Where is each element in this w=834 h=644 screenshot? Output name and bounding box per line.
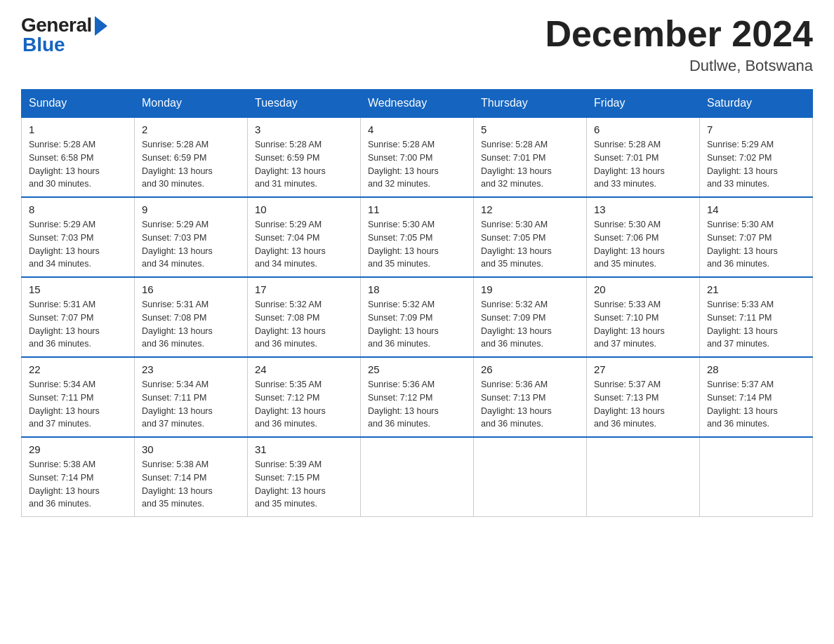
calendar-cell: 26 Sunrise: 5:36 AM Sunset: 7:13 PM Dayl… [474, 357, 587, 437]
day-info: Sunrise: 5:31 AM Sunset: 7:07 PM Dayligh… [29, 298, 127, 351]
calendar-cell: 27 Sunrise: 5:37 AM Sunset: 7:13 PM Dayl… [587, 357, 700, 437]
calendar-cell: 6 Sunrise: 5:28 AM Sunset: 7:01 PM Dayli… [587, 117, 700, 197]
day-number: 3 [255, 123, 353, 135]
day-info: Sunrise: 5:31 AM Sunset: 7:08 PM Dayligh… [142, 298, 240, 351]
page-header: General Blue December 2024 Dutlwe, Botsw… [21, 14, 813, 75]
day-number: 13 [594, 203, 692, 215]
day-info: Sunrise: 5:32 AM Sunset: 7:08 PM Dayligh… [255, 298, 353, 351]
calendar-week-row: 1 Sunrise: 5:28 AM Sunset: 6:58 PM Dayli… [22, 117, 813, 197]
calendar-cell: 23 Sunrise: 5:34 AM Sunset: 7:11 PM Dayl… [135, 357, 248, 437]
calendar-cell: 4 Sunrise: 5:28 AM Sunset: 7:00 PM Dayli… [361, 117, 474, 197]
calendar-cell: 31 Sunrise: 5:39 AM Sunset: 7:15 PM Dayl… [248, 437, 361, 517]
calendar-cell: 12 Sunrise: 5:30 AM Sunset: 7:05 PM Dayl… [474, 197, 587, 277]
day-number: 11 [368, 203, 466, 215]
day-info: Sunrise: 5:29 AM Sunset: 7:03 PM Dayligh… [29, 218, 127, 271]
calendar-cell: 17 Sunrise: 5:32 AM Sunset: 7:08 PM Dayl… [248, 277, 361, 357]
day-number: 21 [707, 283, 805, 295]
day-number: 27 [594, 363, 692, 375]
calendar-cell: 18 Sunrise: 5:32 AM Sunset: 7:09 PM Dayl… [361, 277, 474, 357]
calendar-cell [587, 437, 700, 517]
calendar-cell: 13 Sunrise: 5:30 AM Sunset: 7:06 PM Dayl… [587, 197, 700, 277]
day-info: Sunrise: 5:34 AM Sunset: 7:11 PM Dayligh… [29, 378, 127, 431]
day-number: 28 [707, 363, 805, 375]
day-header-wednesday: Wednesday [361, 90, 474, 118]
day-header-friday: Friday [587, 90, 700, 118]
day-info: Sunrise: 5:39 AM Sunset: 7:15 PM Dayligh… [255, 458, 353, 511]
day-number: 31 [255, 443, 353, 455]
calendar-week-row: 8 Sunrise: 5:29 AM Sunset: 7:03 PM Dayli… [22, 197, 813, 277]
day-header-sunday: Sunday [22, 90, 135, 118]
day-info: Sunrise: 5:29 AM Sunset: 7:04 PM Dayligh… [255, 218, 353, 271]
day-info: Sunrise: 5:28 AM Sunset: 6:59 PM Dayligh… [255, 138, 353, 191]
calendar-cell: 8 Sunrise: 5:29 AM Sunset: 7:03 PM Dayli… [22, 197, 135, 277]
calendar-cell: 29 Sunrise: 5:38 AM Sunset: 7:14 PM Dayl… [22, 437, 135, 517]
day-number: 6 [594, 123, 692, 135]
calendar-cell: 28 Sunrise: 5:37 AM Sunset: 7:14 PM Dayl… [700, 357, 813, 437]
day-number: 5 [481, 123, 579, 135]
day-number: 17 [255, 283, 353, 295]
calendar-cell: 7 Sunrise: 5:29 AM Sunset: 7:02 PM Dayli… [700, 117, 813, 197]
day-number: 16 [142, 283, 240, 295]
day-number: 1 [29, 123, 127, 135]
day-number: 26 [481, 363, 579, 375]
calendar-cell: 19 Sunrise: 5:32 AM Sunset: 7:09 PM Dayl… [474, 277, 587, 357]
day-info: Sunrise: 5:32 AM Sunset: 7:09 PM Dayligh… [481, 298, 579, 351]
day-header-monday: Monday [135, 90, 248, 118]
day-info: Sunrise: 5:30 AM Sunset: 7:06 PM Dayligh… [594, 218, 692, 271]
calendar-cell [474, 437, 587, 517]
calendar-cell: 9 Sunrise: 5:29 AM Sunset: 7:03 PM Dayli… [135, 197, 248, 277]
location-text: Dutlwe, Botswana [545, 57, 813, 75]
day-info: Sunrise: 5:34 AM Sunset: 7:11 PM Dayligh… [142, 378, 240, 431]
calendar-cell: 24 Sunrise: 5:35 AM Sunset: 7:12 PM Dayl… [248, 357, 361, 437]
day-info: Sunrise: 5:37 AM Sunset: 7:13 PM Dayligh… [594, 378, 692, 431]
calendar-cell: 11 Sunrise: 5:30 AM Sunset: 7:05 PM Dayl… [361, 197, 474, 277]
day-number: 24 [255, 363, 353, 375]
day-info: Sunrise: 5:29 AM Sunset: 7:03 PM Dayligh… [142, 218, 240, 271]
calendar-cell: 22 Sunrise: 5:34 AM Sunset: 7:11 PM Dayl… [22, 357, 135, 437]
day-info: Sunrise: 5:38 AM Sunset: 7:14 PM Dayligh… [29, 458, 127, 511]
day-info: Sunrise: 5:29 AM Sunset: 7:02 PM Dayligh… [707, 138, 805, 191]
day-number: 25 [368, 363, 466, 375]
day-number: 22 [29, 363, 127, 375]
day-number: 2 [142, 123, 240, 135]
day-number: 23 [142, 363, 240, 375]
day-number: 29 [29, 443, 127, 455]
day-number: 10 [255, 203, 353, 215]
day-info: Sunrise: 5:28 AM Sunset: 6:58 PM Dayligh… [29, 138, 127, 191]
day-number: 12 [481, 203, 579, 215]
day-number: 9 [142, 203, 240, 215]
calendar-cell: 10 Sunrise: 5:29 AM Sunset: 7:04 PM Dayl… [248, 197, 361, 277]
calendar-cell: 21 Sunrise: 5:33 AM Sunset: 7:11 PM Dayl… [700, 277, 813, 357]
day-header-tuesday: Tuesday [248, 90, 361, 118]
day-number: 18 [368, 283, 466, 295]
calendar-cell: 25 Sunrise: 5:36 AM Sunset: 7:12 PM Dayl… [361, 357, 474, 437]
calendar-header-row: SundayMondayTuesdayWednesdayThursdayFrid… [22, 90, 813, 118]
day-info: Sunrise: 5:30 AM Sunset: 7:07 PM Dayligh… [707, 218, 805, 271]
day-info: Sunrise: 5:28 AM Sunset: 7:00 PM Dayligh… [368, 138, 466, 191]
day-number: 4 [368, 123, 466, 135]
day-info: Sunrise: 5:37 AM Sunset: 7:14 PM Dayligh… [707, 378, 805, 431]
day-info: Sunrise: 5:30 AM Sunset: 7:05 PM Dayligh… [481, 218, 579, 271]
day-info: Sunrise: 5:35 AM Sunset: 7:12 PM Dayligh… [255, 378, 353, 431]
calendar-cell: 2 Sunrise: 5:28 AM Sunset: 6:59 PM Dayli… [135, 117, 248, 197]
logo: General Blue [21, 14, 107, 56]
day-number: 30 [142, 443, 240, 455]
calendar-week-row: 22 Sunrise: 5:34 AM Sunset: 7:11 PM Dayl… [22, 357, 813, 437]
calendar-table: SundayMondayTuesdayWednesdayThursdayFrid… [21, 89, 813, 517]
day-number: 19 [481, 283, 579, 295]
calendar-cell: 16 Sunrise: 5:31 AM Sunset: 7:08 PM Dayl… [135, 277, 248, 357]
logo-arrow-icon [95, 16, 107, 36]
day-info: Sunrise: 5:28 AM Sunset: 6:59 PM Dayligh… [142, 138, 240, 191]
calendar-cell: 30 Sunrise: 5:38 AM Sunset: 7:14 PM Dayl… [135, 437, 248, 517]
day-info: Sunrise: 5:32 AM Sunset: 7:09 PM Dayligh… [368, 298, 466, 351]
calendar-cell [361, 437, 474, 517]
day-number: 7 [707, 123, 805, 135]
day-header-thursday: Thursday [474, 90, 587, 118]
day-number: 14 [707, 203, 805, 215]
day-info: Sunrise: 5:36 AM Sunset: 7:12 PM Dayligh… [368, 378, 466, 431]
calendar-cell: 14 Sunrise: 5:30 AM Sunset: 7:07 PM Dayl… [700, 197, 813, 277]
day-info: Sunrise: 5:36 AM Sunset: 7:13 PM Dayligh… [481, 378, 579, 431]
day-info: Sunrise: 5:30 AM Sunset: 7:05 PM Dayligh… [368, 218, 466, 271]
day-number: 8 [29, 203, 127, 215]
month-title: December 2024 [545, 14, 813, 54]
